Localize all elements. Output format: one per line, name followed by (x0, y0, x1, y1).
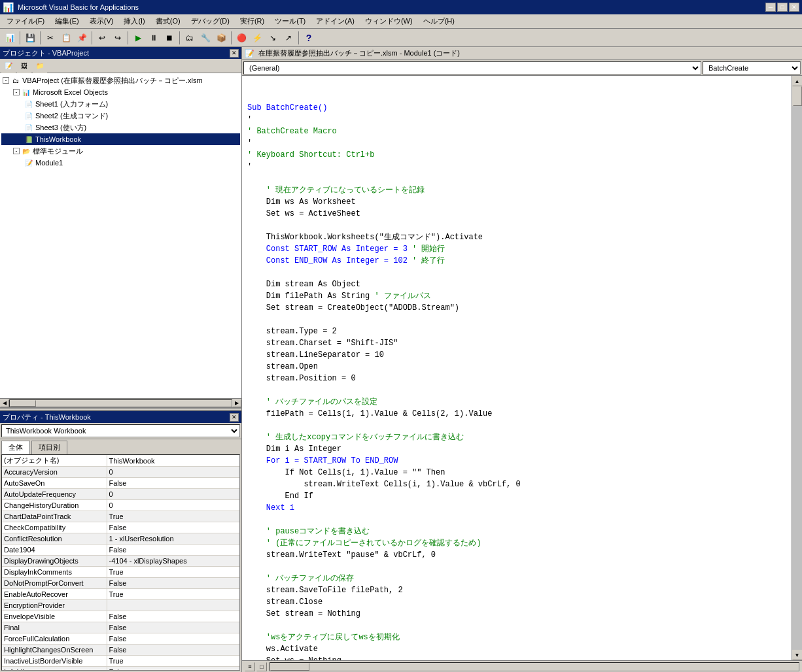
menu-tools[interactable]: ツール(T) (270, 15, 311, 27)
prop-value-13[interactable] (107, 600, 239, 611)
tree-expand-excel[interactable]: - (13, 89, 20, 95)
vscroll-thumb[interactable] (793, 86, 802, 106)
toolbar-undo-btn[interactable]: ↩ (95, 31, 109, 45)
tree-root[interactable]: - 🗂 VBAProject (在庫振替履歴参照抽出バッチ－コピー.xlsm (1, 75, 240, 86)
proj-view-code-btn[interactable]: 📝 (1, 59, 16, 73)
prop-value-11[interactable]: False (107, 578, 239, 589)
proj-view-form-btn[interactable]: 🖼 (17, 59, 31, 73)
toolbar-help-btn[interactable]: ? (302, 31, 316, 45)
prop-value-5[interactable]: True (107, 511, 239, 522)
tree-sheet3[interactable]: 📄 Sheet3 (使い方) (1, 122, 240, 133)
prop-value-19[interactable]: False (107, 667, 239, 671)
prop-header-area: ThisWorkbook Workbook (0, 423, 241, 439)
menu-help[interactable]: ヘルプ(H) (418, 15, 460, 27)
toolbar-step2-btn[interactable]: ↘ (266, 31, 280, 45)
toolbar-cut-btn[interactable]: ✂ (43, 31, 58, 45)
hscroll-right[interactable]: ▶ (232, 399, 241, 407)
toolbar-props-btn[interactable]: 🔧 (198, 31, 213, 45)
prop-value-8[interactable]: False (107, 545, 239, 556)
toolbar-save-btn[interactable]: 💾 (23, 31, 37, 45)
menu-file[interactable]: ファイル(F) (1, 15, 50, 27)
menu-addin[interactable]: アドイン(A) (311, 15, 360, 27)
toolbar-sep-6 (231, 31, 232, 44)
prop-name-5: ChartDataPointTrack (2, 511, 107, 522)
hscroll-track[interactable] (9, 399, 232, 407)
minimize-button[interactable]: ─ (765, 3, 776, 12)
app-icon: 📊 (3, 2, 14, 12)
toolbar-step3-btn[interactable]: ↗ (281, 31, 296, 45)
code-editor[interactable]: Sub BatchCreate()'' BatchCreate Macro'' … (242, 76, 792, 660)
toolbar-project-btn[interactable]: 🗂 (183, 31, 197, 45)
view-code-btn[interactable]: ≡ (245, 662, 255, 671)
code-line-0: Sub BatchCreate() (247, 102, 786, 114)
vscroll-up[interactable]: ▲ (792, 76, 803, 86)
menu-window[interactable]: ウィンドウ(W) (360, 15, 418, 27)
prop-value-3[interactable]: 0 (107, 489, 239, 500)
prop-row-13: EncryptionProvider (2, 600, 239, 611)
prop-name-13: EncryptionProvider (2, 600, 107, 611)
toolbar-run-btn[interactable]: ▶ (131, 31, 145, 45)
vscroll-down[interactable]: ▼ (792, 650, 803, 660)
view-form-btn[interactable]: □ (256, 662, 267, 671)
hscroll-left[interactable]: ◀ (0, 399, 9, 407)
toolbar-bp-btn[interactable]: 🔴 (234, 31, 249, 45)
project-panel-close[interactable]: ✕ (230, 49, 239, 58)
code-toolbar: (General) BatchCreate (242, 60, 802, 76)
prop-tab-category[interactable]: 項目別 (31, 441, 67, 454)
tree-sheet2[interactable]: 📄 Sheet2 (生成コマンド) (1, 110, 240, 122)
prop-value-14[interactable]: False (107, 611, 239, 622)
toolbar-reset-btn[interactable]: ⏹ (162, 31, 177, 45)
tree-excel-objects[interactable]: - 📊 Microsoft Excel Objects (1, 86, 240, 98)
menu-insert[interactable]: 挿入(I) (118, 15, 150, 27)
menu-format[interactable]: 書式(O) (150, 15, 186, 27)
toolbar-paste-btn[interactable]: 📌 (75, 31, 89, 45)
prop-value-1[interactable]: 0 (107, 467, 239, 478)
maximize-button[interactable]: □ (777, 3, 788, 12)
prop-value-6[interactable]: False (107, 522, 239, 533)
menu-edit[interactable]: 編集(E) (50, 15, 84, 27)
toolbar-redo-btn[interactable]: ↪ (111, 31, 125, 45)
tree-label-module1: Module1 (35, 159, 63, 167)
tree-standard-modules[interactable]: - 📂 標準モジュール (1, 145, 240, 157)
menu-run[interactable]: 実行(R) (235, 15, 270, 27)
tree-expand-root[interactable]: - (3, 77, 9, 84)
code-hscroll[interactable] (270, 662, 799, 671)
toolbar-sep-5 (179, 31, 180, 44)
toolbar-excel-icon[interactable]: 📊 (3, 31, 17, 45)
prop-object-selector[interactable]: ThisWorkbook Workbook (1, 424, 240, 437)
menu-view[interactable]: 表示(V) (84, 15, 119, 27)
tree-thisworkbook[interactable]: 📗 ThisWorkbook (1, 133, 240, 145)
toolbar: 📊 💾 ✂ 📋 📌 ↩ ↪ ▶ ⏸ ⏹ 🗂 🔧 📦 🔴 ⚡ ↘ ↗ ? (0, 29, 802, 47)
toolbar-break-btn[interactable]: ⏸ (147, 31, 161, 45)
code-line-28: ' 生成したxcopyコマンドをバッチファイルに書き込む (247, 431, 786, 443)
close-button[interactable]: ✕ (789, 3, 799, 12)
prop-value-10[interactable]: True (107, 567, 239, 578)
project-hscroll[interactable]: ◀ ▶ (0, 398, 241, 407)
proj-folder-btn[interactable]: 📁 (33, 59, 47, 73)
hscroll-thumb[interactable] (10, 400, 36, 407)
prop-value-17[interactable]: False (107, 645, 239, 656)
prop-value-7[interactable]: 1 - xlUserResolution (107, 533, 239, 545)
prop-value-15[interactable]: False (107, 622, 239, 633)
proc-selector[interactable]: BatchCreate (703, 61, 801, 75)
toolbar-step-btn[interactable]: ⚡ (250, 31, 264, 45)
code-vscroll[interactable]: ▲ ▼ (792, 76, 802, 660)
prop-value-4[interactable]: 0 (107, 500, 239, 511)
code-bottom-bar: ≡ □ (242, 660, 802, 672)
prop-value-9[interactable]: -4104 - xlDisplayShapes (107, 556, 239, 567)
toolbar-obj-btn[interactable]: 📦 (214, 31, 228, 45)
prop-value-12[interactable]: True (107, 589, 239, 600)
prop-value-2[interactable]: False (107, 478, 239, 489)
menu-debug[interactable]: デバッグ(D) (186, 15, 235, 27)
prop-value-18[interactable]: True (107, 656, 239, 667)
prop-tab-all[interactable]: 全体 (1, 441, 30, 454)
toolbar-copy-btn[interactable]: 📋 (59, 31, 73, 45)
prop-value-0[interactable]: ThisWorkbook (107, 455, 239, 467)
tree-expand-modules[interactable]: - (13, 148, 20, 154)
code-line-10 (247, 220, 786, 231)
tree-module1[interactable]: 📝 Module1 (1, 157, 240, 169)
properties-panel-close[interactable]: ✕ (230, 413, 239, 422)
tree-sheet1[interactable]: 📄 Sheet1 (入力フォーム) (1, 98, 240, 110)
module-selector[interactable]: (General) (243, 61, 701, 75)
prop-value-16[interactable]: False (107, 633, 239, 645)
